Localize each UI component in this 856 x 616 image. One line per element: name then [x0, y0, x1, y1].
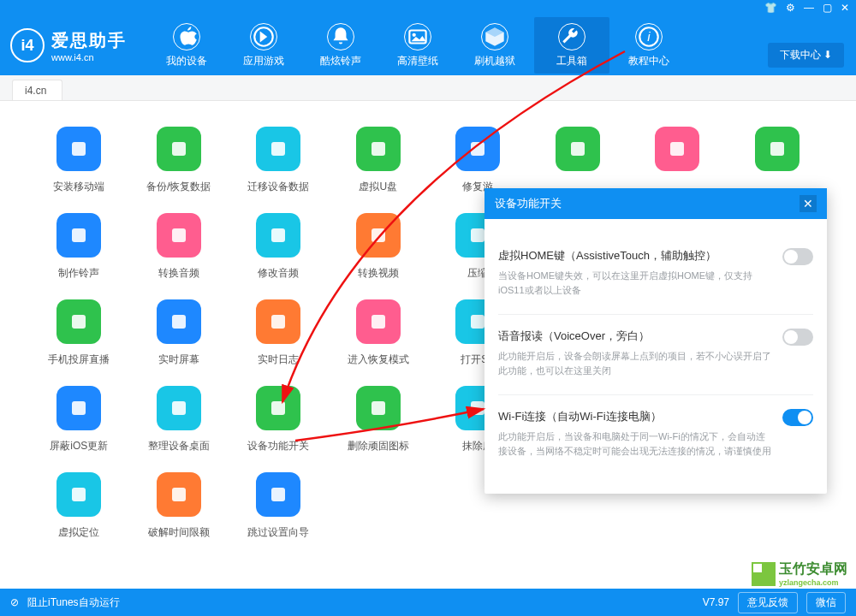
tool-grid[interactable]: 整理设备桌面: [133, 386, 226, 453]
tool-log[interactable]: 实时日志: [232, 299, 325, 367]
nav-info[interactable]: i教程中心: [611, 17, 687, 74]
tool-label: 破解时间限额: [148, 525, 210, 540]
logo-icon: i4: [10, 28, 45, 62]
status-bar: ⊘ 阻止iTunes自动运行 V7.97 意见反馈 微信: [0, 589, 856, 616]
switch-icon: [256, 386, 300, 430]
wrench-icon: [558, 23, 586, 50]
minimize-icon[interactable]: —: [804, 2, 814, 14]
tool-play[interactable]: 转换视频: [332, 213, 425, 281]
tool-bell2[interactable]: 制作铃声: [33, 213, 126, 281]
tool-label: 进入恢复模式: [348, 352, 409, 367]
svg-rect-14: [172, 228, 186, 242]
svg-rect-29: [72, 401, 86, 415]
tool-cube[interactable]: [731, 127, 824, 194]
option-title: 语音报读（VoiceOver，旁白）: [498, 329, 774, 344]
download-center-button[interactable]: 下载中心 ⬇: [768, 43, 844, 68]
feedback-button[interactable]: 意见反馈: [738, 592, 798, 613]
tool-screen[interactable]: 手机投屏直播: [33, 299, 126, 367]
nav-bell[interactable]: 酷炫铃声: [303, 17, 378, 74]
skin-icon[interactable]: 👕: [764, 2, 777, 14]
settings-icon[interactable]: ⚙: [786, 2, 795, 14]
nav-label: 刷机越狱: [474, 54, 515, 68]
nav-app[interactable]: 应用游戏: [226, 17, 301, 74]
tool-logo[interactable]: 安装移动端: [33, 127, 126, 194]
tool-transfer[interactable]: 迁移设备数据: [232, 127, 325, 194]
svg-rect-33: [471, 401, 484, 415]
svg-rect-9: [471, 142, 484, 156]
watermark: 玉竹安卓网 yzlangecha.com: [752, 560, 847, 587]
svg-rect-13: [72, 228, 86, 242]
nav-box[interactable]: 刷机越狱: [457, 17, 532, 74]
apple-icon: [173, 23, 200, 50]
tool-restore[interactable]: 备份/恢复数据: [133, 127, 226, 194]
appleid-icon: [556, 127, 600, 171]
dialog-close-button[interactable]: ✕: [800, 195, 817, 212]
tool-hour[interactable]: 破解时间限额: [133, 472, 226, 540]
svg-rect-39: [271, 488, 285, 501]
pin-icon: [56, 472, 101, 517]
tool-monitor[interactable]: 实时屏幕: [133, 299, 226, 367]
logo-icon: [56, 127, 101, 171]
hour-icon: [157, 472, 201, 517]
toggle-switch[interactable]: [782, 329, 813, 346]
tool-label: 安装移动端: [53, 180, 104, 194]
play-icon: [356, 213, 401, 258]
tune-icon: [256, 213, 300, 258]
svg-rect-37: [72, 488, 86, 501]
info-icon: i: [635, 23, 663, 50]
watermark-icon: [752, 562, 776, 586]
svg-rect-7: [271, 142, 285, 156]
phone-icon: [356, 299, 401, 344]
tool-label: 制作铃声: [58, 266, 99, 281]
nav-wrench[interactable]: 工具箱: [534, 17, 609, 74]
tool-label: 整理设备桌面: [148, 439, 210, 453]
svg-rect-32: [372, 401, 385, 415]
toggle-switch[interactable]: [782, 248, 813, 265]
window-titlebar: 👕 ⚙ — ▢ ✕: [0, 0, 856, 15]
nav-apple[interactable]: 我的设备: [149, 17, 224, 74]
tool-appleid[interactable]: [532, 127, 625, 194]
toggle-switch[interactable]: [782, 409, 813, 426]
tool-label: 转换视频: [358, 266, 399, 281]
tool-switch[interactable]: 设备功能开关: [232, 386, 325, 453]
app-icon: [250, 23, 277, 50]
svg-rect-25: [471, 315, 484, 329]
gear-icon: [56, 386, 101, 430]
tab-i4cn[interactable]: i4.cn: [12, 80, 62, 100]
option-desc: 此功能开启后，设备会朗读屏幕上点到的项目，若不小心误开启了此功能，也可以在这里关…: [498, 349, 774, 377]
tool-pin[interactable]: 虚拟定位: [33, 472, 126, 540]
tool-music[interactable]: [631, 127, 724, 194]
tool-skip[interactable]: 跳过设置向导: [232, 472, 325, 540]
log-icon: [256, 299, 300, 344]
wechat-button[interactable]: 微信: [806, 592, 846, 613]
nav-label: 酷炫铃声: [320, 54, 361, 68]
svg-rect-17: [471, 228, 484, 242]
svg-rect-11: [670, 142, 684, 156]
option-row: Wi-Fi连接（自动Wi-Fi连接电脑）此功能开启后，当设备和电脑处于同一Wi-…: [498, 395, 813, 475]
nav-image[interactable]: 高清壁纸: [380, 17, 455, 74]
tool-clock[interactable]: 删除顽固图标: [332, 386, 425, 453]
screen-icon: [56, 299, 101, 344]
bell2-icon: [56, 213, 101, 258]
itunes-block-label[interactable]: 阻止iTunes自动运行: [27, 595, 120, 610]
tool-label: 删除顽固图标: [348, 439, 409, 453]
grid-icon: [157, 386, 201, 430]
option-title: 虚拟HOME键（AssistiveTouch，辅助触控）: [498, 248, 774, 264]
box-icon: [481, 23, 508, 50]
close-icon[interactable]: ✕: [841, 2, 849, 14]
tool-phone[interactable]: 进入恢复模式: [332, 299, 425, 367]
tool-label: 跳过设置向导: [247, 525, 309, 540]
tool-gear[interactable]: 屏蔽iOS更新: [33, 386, 126, 453]
watermark-url: yzlangecha.com: [779, 578, 847, 587]
app-logo: i4 爱思助手 www.i4.cn: [10, 28, 127, 62]
maximize-icon[interactable]: ▢: [823, 2, 832, 14]
tool-appstore[interactable]: 修复游: [431, 127, 525, 194]
tool-tune[interactable]: 修改音频: [232, 213, 325, 281]
svg-point-2: [413, 33, 416, 36]
transfer-icon: [256, 127, 300, 171]
tool-usb[interactable]: 虚拟U盘: [332, 127, 425, 194]
main-nav: 我的设备应用游戏酷炫铃声高清壁纸刷机越狱工具箱i教程中心: [149, 17, 687, 74]
tool-audio[interactable]: 转换音频: [133, 213, 226, 281]
tool-label: 虚拟U盘: [359, 180, 397, 194]
svg-rect-6: [172, 142, 186, 156]
